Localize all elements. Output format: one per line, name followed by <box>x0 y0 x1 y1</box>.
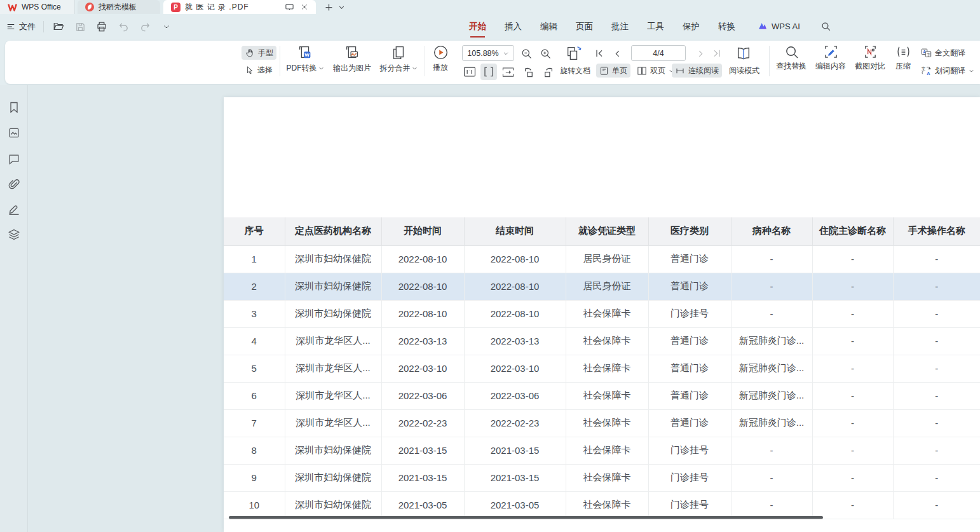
menu-tab-0[interactable]: 开始 <box>469 21 486 34</box>
tab-docer-label: 找稻壳模板 <box>99 2 137 13</box>
quickbar-more-button[interactable] <box>160 20 174 34</box>
rotate-doc-icon-button[interactable] <box>563 44 583 63</box>
menu-tab-5[interactable]: 工具 <box>647 21 664 34</box>
fulltext-translate-icon: A字 <box>921 48 932 58</box>
bookmark-icon <box>8 101 20 114</box>
menu-tab-4[interactable]: 批注 <box>611 21 629 34</box>
page-indicator: 4/4 <box>653 49 664 58</box>
edit-content-button[interactable]: 编辑内容 <box>812 44 849 72</box>
layers-panel-button[interactable] <box>8 228 20 241</box>
wps-pdf-window: WPS Office 找稻壳模板 P 就 医 记 录 .PDF 文件 <box>0 0 980 532</box>
printer-icon <box>96 21 107 32</box>
plus-icon <box>324 3 334 12</box>
table-cell: 社会保障卡 <box>566 491 648 519</box>
split-merge-icon <box>390 44 407 61</box>
table-cell: 2022-02-23 <box>464 409 566 437</box>
table-cell: 居民身份证 <box>566 245 648 273</box>
wps-ai-button[interactable]: WPS AI <box>758 22 800 31</box>
prev-page-button[interactable] <box>609 45 625 62</box>
new-tab-button[interactable] <box>322 1 335 13</box>
table-cell: 门诊挂号 <box>648 491 731 519</box>
save-button[interactable] <box>73 20 87 34</box>
layers-icon <box>8 228 20 241</box>
thumbnail-icon <box>8 126 20 139</box>
tab-document-active[interactable]: P 就 医 记 录 .PDF <box>163 0 316 14</box>
open-file-button[interactable] <box>51 20 65 34</box>
table-cell: 门诊挂号 <box>648 464 731 491</box>
menu-search-button[interactable] <box>819 19 833 33</box>
rotate-right-icon <box>542 66 554 78</box>
table-cell: 社会保障卡 <box>566 300 648 327</box>
comment-panel-button[interactable] <box>8 153 20 165</box>
fulltext-translate-button[interactable]: A字 全文翻译 <box>918 46 969 60</box>
menu-tab-6[interactable]: 保护 <box>683 21 700 34</box>
zoom-level-select[interactable]: 105.88% <box>462 45 514 61</box>
compress-button[interactable]: 压缩 <box>890 44 916 72</box>
rotate-doc-button[interactable]: 旋转文档 <box>557 64 594 78</box>
attachment-panel-button[interactable] <box>8 178 20 191</box>
close-tab-icon[interactable] <box>301 3 308 11</box>
double-page-label: 双页 <box>650 65 665 76</box>
comment-icon <box>8 153 20 165</box>
medical-records-table: 序号定点医药机构名称开始时间结束时间就诊凭证类型医疗类别病种名称住院主诊断名称手… <box>224 217 980 519</box>
monitor-icon[interactable] <box>285 3 294 11</box>
table-header-cell: 结束时间 <box>464 217 566 245</box>
rotate-right-button[interactable] <box>540 64 556 80</box>
menu-tab-2[interactable]: 编辑 <box>540 21 557 34</box>
actual-size-button[interactable] <box>461 64 478 80</box>
table-cell: 普通门诊 <box>648 355 731 382</box>
next-page-icon <box>696 49 705 58</box>
tab-wps-office[interactable]: WPS Office <box>0 0 75 14</box>
divider <box>43 21 44 32</box>
next-page-button[interactable] <box>692 45 709 62</box>
file-menu-button[interactable]: 文件 <box>6 21 36 32</box>
read-mode-icon-button[interactable] <box>734 44 753 63</box>
bookmark-panel-button[interactable] <box>8 101 20 114</box>
zoom-out-icon <box>521 48 533 60</box>
rotate-left-button[interactable] <box>521 64 537 80</box>
table-cell: 2 <box>224 273 285 300</box>
table-cell: - <box>812 300 893 327</box>
table-cell: - <box>893 409 980 437</box>
tab-list-chevron[interactable] <box>335 1 348 13</box>
side-rail <box>0 85 28 532</box>
table-cell: 新冠肺炎门诊... <box>731 355 812 382</box>
table-cell: - <box>731 273 812 300</box>
last-page-button[interactable] <box>709 45 725 62</box>
print-button[interactable] <box>95 20 109 34</box>
table-cell: - <box>812 464 893 491</box>
signature-panel-button[interactable] <box>8 203 20 215</box>
fit-width-button[interactable] <box>480 64 497 80</box>
read-mode-button[interactable]: 阅读模式 <box>726 64 763 78</box>
split-merge-button[interactable]: 拆分合并 <box>378 44 419 74</box>
tab-docer[interactable]: 找稻壳模板 <box>78 0 160 14</box>
menu-tab-3[interactable]: 页面 <box>576 21 593 34</box>
redo-button[interactable] <box>138 20 152 34</box>
page-number-input[interactable]: 4/4 <box>631 45 686 61</box>
fit-page-button[interactable] <box>500 64 516 80</box>
table-cell: 4 <box>224 327 285 355</box>
single-page-button[interactable]: 单页 <box>596 64 630 78</box>
zoom-in-button[interactable] <box>537 45 554 62</box>
table-cell: 2022-03-06 <box>464 382 566 409</box>
play-button[interactable]: 播放 <box>421 44 459 73</box>
select-tool-button[interactable]: 选择 <box>242 63 276 77</box>
signature-pen-icon <box>8 203 20 215</box>
screenshot-compare-button[interactable]: 截图对比 <box>852 44 888 72</box>
menu-tab-7[interactable]: 转换 <box>718 21 735 34</box>
continuous-read-button[interactable]: 连续阅读 <box>672 64 722 78</box>
table-cell: 2022-08-10 <box>464 273 566 300</box>
double-page-button[interactable]: 双页 <box>634 64 677 78</box>
undo-button[interactable] <box>116 20 130 34</box>
thumbnail-panel-button[interactable] <box>8 126 20 139</box>
zoom-out-button[interactable] <box>518 45 534 62</box>
table-cell: 社会保障卡 <box>566 382 648 409</box>
menu-tab-1[interactable]: 插入 <box>505 21 522 34</box>
export-image-button[interactable]: 输出为图片 <box>329 44 376 74</box>
pdf-convert-button[interactable]: PDF转换 <box>284 44 326 74</box>
word-translate-button[interactable]: 文A 划词翻译 <box>918 64 977 78</box>
hand-tool-button[interactable]: 手型 <box>242 46 276 60</box>
find-replace-button[interactable]: 查找替换 <box>773 44 810 72</box>
horizontal-scrollbar-thumb[interactable] <box>229 516 823 519</box>
first-page-button[interactable] <box>591 45 608 62</box>
